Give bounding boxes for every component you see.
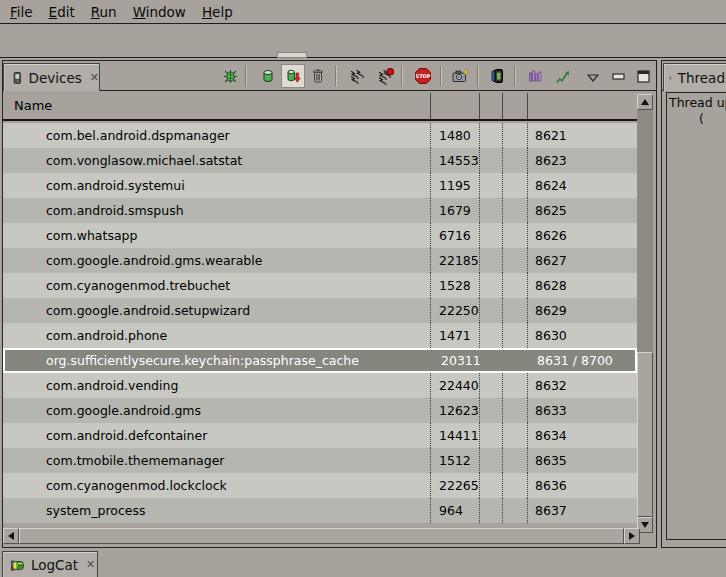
cell-heap-status (479, 298, 502, 323)
scroll-up-button[interactable] (637, 94, 653, 110)
cell-pid: 964 (430, 498, 479, 523)
method-profiling-button[interactable] (550, 64, 574, 88)
dump-hprof-button[interactable] (281, 64, 305, 88)
tab-devices[interactable]: Devices ✕ (3, 63, 100, 91)
menu-run[interactable]: Run (91, 4, 117, 20)
table-row[interactable]: com.google.android.setupwizard222508629 (3, 298, 637, 323)
screen-capture-button[interactable] (448, 64, 472, 88)
cell-heap-status (479, 123, 502, 148)
table-row[interactable]: com.bel.android.dspmanager14808621 (3, 123, 637, 148)
toolbar-separator (477, 66, 478, 86)
threads-icon (349, 68, 366, 85)
cell-heap-status (479, 148, 502, 173)
phone-icon (11, 70, 24, 86)
stop-process-button[interactable]: STOP (411, 64, 435, 88)
scroll-right-button[interactable] (624, 528, 640, 544)
view-menu-button[interactable] (581, 66, 605, 90)
system-trace-button[interactable] (523, 64, 547, 88)
cell-heap-status (479, 323, 502, 348)
cell-thread-status (502, 273, 527, 298)
table-row[interactable]: com.google.android.gms126238633 (3, 398, 637, 423)
cell-port: 8637 (527, 498, 637, 523)
cell-pid: 1528 (430, 273, 479, 298)
cell-pid: 22250 (430, 298, 479, 323)
tab-devices-close-icon[interactable]: ✕ (90, 71, 99, 84)
cell-thread-status (502, 123, 527, 148)
perspective-notch[interactable] (277, 52, 307, 58)
heap-cylinder-icon (260, 68, 276, 84)
tab-logcat[interactable]: LogCat ✕ (2, 551, 98, 577)
toolbar-separator (440, 66, 441, 86)
column-divider[interactable] (502, 93, 503, 119)
cell-port: 8621 (527, 123, 637, 148)
cell-name: com.bel.android.dspmanager (3, 123, 430, 148)
cell-heap-status (479, 173, 502, 198)
table-row[interactable]: com.android.vending224408632 (3, 373, 637, 398)
cause-gc-button[interactable] (306, 64, 330, 88)
table-row[interactable]: com.android.defcontainer144118634 (3, 423, 637, 448)
scroll-left-button[interactable] (3, 528, 19, 544)
threads-content-panel (666, 92, 726, 540)
cell-thread-status (502, 298, 527, 323)
column-divider[interactable] (430, 93, 431, 119)
cell-thread-status (502, 198, 527, 223)
cell-name: system_process (3, 498, 430, 523)
update-heap-button[interactable] (256, 64, 280, 88)
table-row[interactable]: com.google.android.gms.wearable221858627 (3, 248, 637, 273)
cell-name: com.vonglasow.michael.satstat (3, 148, 430, 173)
table-row[interactable]: com.android.systemui11958624 (3, 173, 637, 198)
stop-threads-button[interactable] (373, 64, 397, 88)
maximize-view-button[interactable] (631, 64, 655, 88)
svg-text:STOP: STOP (416, 73, 431, 79)
table-row[interactable]: com.cyanogenmod.lockclock222658636 (3, 473, 637, 498)
table-row[interactable]: com.whatsapp67168626 (3, 223, 637, 248)
minimize-icon (612, 72, 625, 81)
cell-pid: 22185 (430, 248, 479, 273)
cell-heap-status (479, 423, 502, 448)
threads-message-line1: Thread up (669, 95, 726, 110)
column-divider[interactable] (479, 93, 480, 119)
cell-pid: 12623 (430, 398, 479, 423)
cell-port: 8633 (527, 398, 637, 423)
debug-attach-button[interactable] (218, 64, 242, 88)
cell-pid: 14411 (430, 423, 479, 448)
table-row[interactable]: com.android.phone14718630 (3, 323, 637, 348)
cell-port: 8627 (527, 248, 637, 273)
cell-heap-status (479, 373, 502, 398)
cell-port: 8623 (527, 148, 637, 173)
menu-window[interactable]: Window (133, 4, 186, 20)
table-row[interactable]: com.cyanogenmod.trebuchet15288628 (3, 273, 637, 298)
device-table-header: Name (3, 92, 637, 121)
table-row[interactable]: system_process9648637 (3, 498, 637, 523)
cell-thread-status (502, 448, 527, 473)
cell-name: com.google.android.gms.wearable (3, 248, 430, 273)
table-row[interactable]: com.tmobile.thememanager15128635 (3, 448, 637, 473)
ddms-window: File Edit Run Window Help Devices ✕ (0, 0, 726, 577)
column-divider[interactable] (527, 93, 528, 119)
tab-threads[interactable]: Threads (663, 63, 726, 91)
v-scrollbar-thumb[interactable] (637, 352, 653, 517)
stop-sign-icon: STOP (414, 67, 432, 85)
cell-pid: 1195 (430, 173, 479, 198)
table-row[interactable]: com.android.smspush16798625 (3, 198, 637, 223)
h-scrollbar-thumb[interactable] (19, 528, 624, 544)
logcat-icon (10, 557, 26, 573)
minimize-view-button[interactable] (606, 64, 630, 88)
cell-pid: 1480 (430, 123, 479, 148)
menu-help[interactable]: Help (202, 4, 233, 20)
cell-thread-status (502, 423, 527, 448)
table-row[interactable]: com.vonglasow.michael.satstat145538623 (3, 148, 637, 173)
cell-name: com.tmobile.thememanager (3, 448, 430, 473)
device-screen-capture-button[interactable] (486, 64, 510, 88)
menu-edit[interactable]: Edit (49, 4, 75, 20)
column-header-name[interactable]: Name (3, 98, 52, 113)
table-row-selected[interactable]: org.sufficientlysecure.keychain:passphra… (3, 348, 637, 373)
cell-port: 8624 (527, 173, 637, 198)
update-threads-button[interactable] (345, 64, 369, 88)
menu-file[interactable]: File (10, 4, 33, 20)
cell-port: 8635 (527, 448, 637, 473)
cell-thread-status (502, 498, 527, 523)
tab-logcat-label: LogCat (31, 557, 78, 573)
up-arrow-icon (641, 99, 649, 105)
tab-logcat-close-icon[interactable]: ✕ (86, 558, 95, 571)
